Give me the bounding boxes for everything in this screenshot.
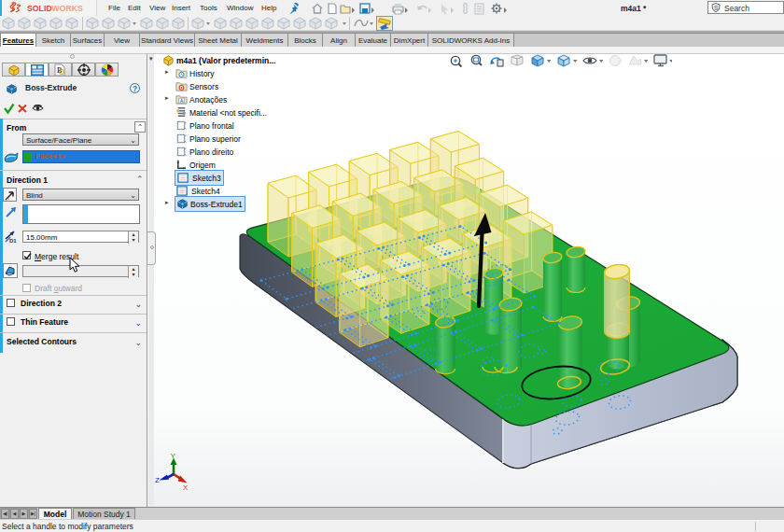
svg-text:D1: D1 xyxy=(9,238,17,244)
svg-text:Y: Y xyxy=(171,452,176,460)
svg-text:SOLID: SOLID xyxy=(27,4,52,13)
svg-text:WORKS: WORKS xyxy=(52,4,84,13)
svg-text:A: A xyxy=(180,98,184,104)
svg-text:S: S xyxy=(714,5,719,11)
svg-text:X: X xyxy=(183,483,189,492)
svg-text:Z: Z xyxy=(155,476,160,484)
